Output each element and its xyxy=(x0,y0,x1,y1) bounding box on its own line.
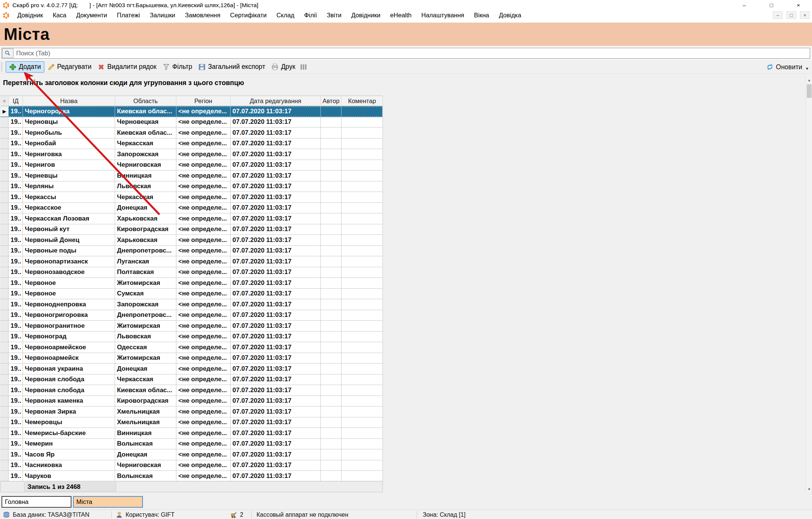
menu-item-5[interactable]: Замовлення xyxy=(180,12,225,19)
cell-author xyxy=(321,460,341,471)
table-row[interactable]: 19.. Червоноармейское Одесская <не опред… xyxy=(0,342,383,353)
plus-icon xyxy=(9,63,17,71)
menu-item-11[interactable]: eHealth xyxy=(385,12,416,19)
export-button[interactable]: Загальний експорт xyxy=(195,61,268,73)
menu-item-2[interactable]: Документи xyxy=(71,12,112,19)
column-header-name[interactable]: Назва xyxy=(23,96,115,106)
cell-author xyxy=(321,417,341,428)
table-row[interactable]: 19.. Часниковка Черниговская <не определ… xyxy=(0,460,383,471)
table-row[interactable]: 19.. Червоные поды Днепропетровс... <не … xyxy=(0,246,383,257)
grid-menu-button[interactable]: ≡ xyxy=(0,96,9,106)
table-row[interactable]: 19.. Чернобыль Киевская облас... <не опр… xyxy=(0,128,383,139)
menu-item-14[interactable]: Довідка xyxy=(494,12,526,19)
column-header-oblast[interactable]: Область xyxy=(115,96,176,106)
column-header-edit-date[interactable]: Дата редагування xyxy=(231,96,321,106)
cell-id: 19.. xyxy=(9,439,23,450)
cell-oblast: Донецкая xyxy=(115,364,176,374)
chevron-down-icon[interactable]: ▾ xyxy=(806,66,808,71)
vertical-scrollbar[interactable]: ▲ ▼ xyxy=(806,77,812,492)
column-header-region[interactable]: Регіон xyxy=(176,96,231,106)
table-row[interactable]: 19.. Черновцы Черновецкая <не определе..… xyxy=(0,117,383,128)
table-row[interactable]: 19.. Чаруков Волынская <не определе... 0… xyxy=(0,471,383,482)
search-icon-button[interactable] xyxy=(2,49,14,58)
table-row[interactable]: 19.. Червоная слобода Киевская облас... … xyxy=(0,385,383,396)
edit-button[interactable]: Редагувати xyxy=(44,61,95,73)
add-button[interactable]: Додати xyxy=(6,61,44,73)
table-row[interactable]: 19.. Чемеровцы Хмельницкая <не определе.… xyxy=(0,417,383,428)
table-row[interactable]: 19.. Червоная Зирка Хмельницкая <не опре… xyxy=(0,406,383,417)
menu-item-8[interactable]: Філії xyxy=(299,12,322,19)
menu-item-12[interactable]: Налаштування xyxy=(416,12,469,19)
menu-item-6[interactable]: Сертифікати xyxy=(225,12,272,19)
minimize-button[interactable]: – xyxy=(731,0,758,10)
toolbar-grip-handle[interactable] xyxy=(1,62,2,72)
table-row[interactable]: 19.. Червонозаводское Полтавская <не опр… xyxy=(0,267,383,278)
table-row[interactable]: ▶ 19.. Черногородка Киевская облас... <н… xyxy=(0,106,383,117)
table-row[interactable]: 19.. Червоная каменка Кировоградская <не… xyxy=(0,396,383,407)
table-row[interactable]: 19.. Червонопартизанск Луганская <не опр… xyxy=(0,256,383,267)
menu-item-4[interactable]: Залишки xyxy=(145,12,180,19)
refresh-button[interactable]: Оновити ▾ xyxy=(766,60,808,74)
table-row[interactable]: 19.. Чемерисы-барские Винницкая <не опре… xyxy=(0,428,383,439)
cell-region: <не определе... xyxy=(176,256,231,267)
table-row[interactable]: 19.. Червоный кут Кировоградская <не опр… xyxy=(0,224,383,235)
table-row[interactable]: 19.. Часов Яр Донецкая <не определе... 0… xyxy=(0,449,383,460)
table-row[interactable]: 19.. Червоная украина Донецкая <не опред… xyxy=(0,364,383,374)
table-row[interactable]: 19.. Червоногранитное Житомирская <не оп… xyxy=(0,321,383,332)
print-button[interactable]: Друк xyxy=(268,61,298,73)
status-database: База даних: TASA3@TITAN xyxy=(3,510,90,519)
table-row[interactable]: 19.. Червоноград Львовская <не определе.… xyxy=(0,332,383,342)
close-button[interactable]: × xyxy=(785,0,812,10)
table-row[interactable]: 19.. Червоноднепровка Запорожская <не оп… xyxy=(0,299,383,310)
table-row[interactable]: 19.. Черкасское Донецкая <не определе...… xyxy=(0,203,383,214)
cell-edit-date: 07.07.2020 11:03:17 xyxy=(231,364,321,374)
mdi-restore-button[interactable]: □ xyxy=(786,11,796,19)
table-row[interactable]: 19.. Червоная слобода Черкасская <не опр… xyxy=(0,374,383,385)
cell-id: 19.. xyxy=(9,428,23,439)
table-row[interactable]: 19.. Черниговка Запорожская <не определе… xyxy=(0,149,383,160)
cell-author xyxy=(321,310,341,321)
table-row[interactable]: 19.. Червоногригоровка Днепропетровс... … xyxy=(0,310,383,321)
menu-item-7[interactable]: Склад xyxy=(272,12,299,19)
menu-item-9[interactable]: Звіти xyxy=(322,12,346,19)
column-header-author[interactable]: Автор xyxy=(321,96,341,106)
tab-cities[interactable]: Міста xyxy=(73,496,143,508)
filter-button[interactable]: Фільтр xyxy=(159,61,195,73)
table-row[interactable]: 19.. Чемерин Волынская <не определе... 0… xyxy=(0,439,383,450)
cell-comment xyxy=(341,213,383,224)
column-header-id[interactable]: ІД xyxy=(9,96,23,106)
group-by-panel[interactable]: Перетягніть заголовок колонки сюди для у… xyxy=(0,74,812,96)
menu-item-0[interactable]: Довідник xyxy=(12,12,48,19)
table-row[interactable]: 19.. Черкасская Лозовая Харьковская <не … xyxy=(0,213,383,224)
table-row[interactable]: 19.. Черляны Львовская <не определе... 0… xyxy=(0,181,383,192)
restore-button[interactable]: □ xyxy=(758,0,785,10)
window-controls: – □ × xyxy=(731,0,812,10)
status-user-label: Користувач: GIFT xyxy=(126,511,175,518)
search-input[interactable]: Поиск (Tab) xyxy=(2,48,810,59)
table-row[interactable]: 19.. Червоное Сумская <не определе... 07… xyxy=(0,289,383,300)
mdi-close-button[interactable]: × xyxy=(800,11,810,19)
column-header-comment[interactable]: Коментар xyxy=(341,96,383,106)
menu-item-13[interactable]: Вікна xyxy=(469,12,494,19)
table-row[interactable]: 19.. Чернигов Черниговская <не определе.… xyxy=(0,160,383,171)
menu-item-3[interactable]: Платежі xyxy=(112,12,145,19)
table-row[interactable]: 19.. Червоное Житомирская <не определе..… xyxy=(0,278,383,289)
table-row[interactable]: 19.. Чернобай Черкасская <не определе...… xyxy=(0,139,383,149)
table-row[interactable]: 19.. Червоноармейск Житомирская <не опре… xyxy=(0,353,383,364)
pencil-icon xyxy=(47,63,55,71)
menu-item-10[interactable]: Довідники xyxy=(346,12,385,19)
mdi-minimize-button[interactable]: – xyxy=(773,11,783,19)
window-title: Скарб pro v. 4.0.2.77 [ІД: ] - [Апт №003… xyxy=(12,2,258,9)
table-row[interactable]: 19.. Черневцы Винницкая <не определе... … xyxy=(0,170,383,181)
table-row[interactable]: 19.. Червоный Донец Харьковская <не опре… xyxy=(0,235,383,246)
row-indicator xyxy=(0,235,9,246)
scroll-up-icon[interactable]: ▲ xyxy=(806,77,812,83)
scroll-down-icon[interactable]: ▼ xyxy=(806,486,812,492)
cell-author xyxy=(321,299,341,310)
choose-columns-icon[interactable] xyxy=(301,64,307,70)
menu-item-1[interactable]: Каса xyxy=(48,12,71,19)
table-row[interactable]: 19.. Черкассы Черкасская <не определе...… xyxy=(0,192,383,203)
tab-home[interactable]: Головна xyxy=(2,496,71,508)
delete-row-button[interactable]: Видалити рядок xyxy=(94,61,159,73)
scrollbar-thumb[interactable] xyxy=(807,84,812,98)
